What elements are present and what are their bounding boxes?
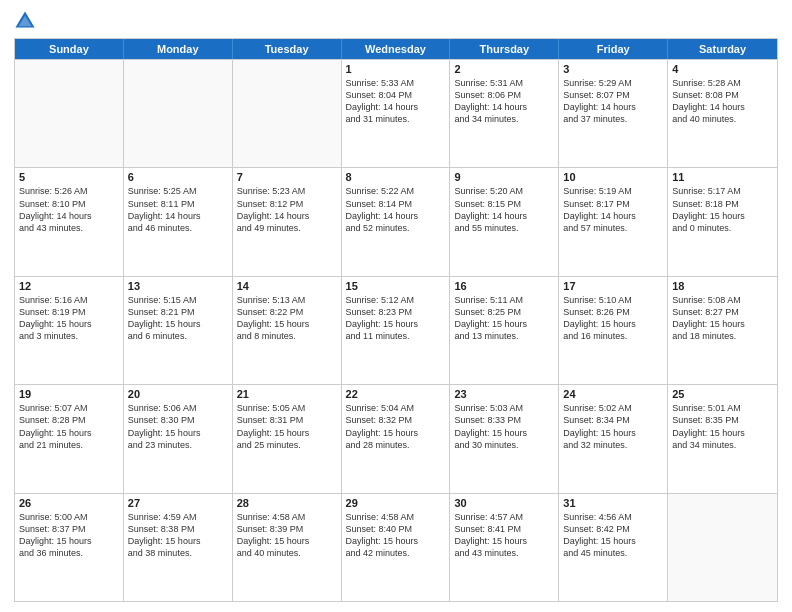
calendar-header: SundayMondayTuesdayWednesdayThursdayFrid… (15, 39, 777, 59)
calendar-row-4: 26Sunrise: 5:00 AM Sunset: 8:37 PM Dayli… (15, 493, 777, 601)
calendar-cell-23: 23Sunrise: 5:03 AM Sunset: 8:33 PM Dayli… (450, 385, 559, 492)
day-info: Sunrise: 4:58 AM Sunset: 8:39 PM Dayligh… (237, 511, 337, 560)
day-info: Sunrise: 5:11 AM Sunset: 8:25 PM Dayligh… (454, 294, 554, 343)
day-info: Sunrise: 5:15 AM Sunset: 8:21 PM Dayligh… (128, 294, 228, 343)
calendar-cell-7: 7Sunrise: 5:23 AM Sunset: 8:12 PM Daylig… (233, 168, 342, 275)
logo-icon (14, 10, 36, 32)
day-number: 18 (672, 280, 773, 292)
day-info: Sunrise: 5:28 AM Sunset: 8:08 PM Dayligh… (672, 77, 773, 126)
day-info: Sunrise: 5:29 AM Sunset: 8:07 PM Dayligh… (563, 77, 663, 126)
header-day-sunday: Sunday (15, 39, 124, 59)
day-number: 7 (237, 171, 337, 183)
calendar-cell-empty (124, 60, 233, 167)
calendar-cell-19: 19Sunrise: 5:07 AM Sunset: 8:28 PM Dayli… (15, 385, 124, 492)
header-day-monday: Monday (124, 39, 233, 59)
day-info: Sunrise: 5:25 AM Sunset: 8:11 PM Dayligh… (128, 185, 228, 234)
day-number: 30 (454, 497, 554, 509)
calendar-body: 1Sunrise: 5:33 AM Sunset: 8:04 PM Daylig… (15, 59, 777, 601)
calendar-cell-6: 6Sunrise: 5:25 AM Sunset: 8:11 PM Daylig… (124, 168, 233, 275)
day-number: 16 (454, 280, 554, 292)
day-info: Sunrise: 4:58 AM Sunset: 8:40 PM Dayligh… (346, 511, 446, 560)
day-info: Sunrise: 5:06 AM Sunset: 8:30 PM Dayligh… (128, 402, 228, 451)
calendar-cell-16: 16Sunrise: 5:11 AM Sunset: 8:25 PM Dayli… (450, 277, 559, 384)
day-info: Sunrise: 4:59 AM Sunset: 8:38 PM Dayligh… (128, 511, 228, 560)
header-day-saturday: Saturday (668, 39, 777, 59)
calendar-cell-29: 29Sunrise: 4:58 AM Sunset: 8:40 PM Dayli… (342, 494, 451, 601)
calendar-cell-2: 2Sunrise: 5:31 AM Sunset: 8:06 PM Daylig… (450, 60, 559, 167)
day-number: 10 (563, 171, 663, 183)
calendar-cell-13: 13Sunrise: 5:15 AM Sunset: 8:21 PM Dayli… (124, 277, 233, 384)
day-info: Sunrise: 5:01 AM Sunset: 8:35 PM Dayligh… (672, 402, 773, 451)
day-info: Sunrise: 5:33 AM Sunset: 8:04 PM Dayligh… (346, 77, 446, 126)
day-info: Sunrise: 4:56 AM Sunset: 8:42 PM Dayligh… (563, 511, 663, 560)
day-number: 19 (19, 388, 119, 400)
day-info: Sunrise: 5:23 AM Sunset: 8:12 PM Dayligh… (237, 185, 337, 234)
day-number: 14 (237, 280, 337, 292)
day-info: Sunrise: 5:17 AM Sunset: 8:18 PM Dayligh… (672, 185, 773, 234)
calendar-cell-4: 4Sunrise: 5:28 AM Sunset: 8:08 PM Daylig… (668, 60, 777, 167)
calendar-cell-10: 10Sunrise: 5:19 AM Sunset: 8:17 PM Dayli… (559, 168, 668, 275)
day-info: Sunrise: 5:10 AM Sunset: 8:26 PM Dayligh… (563, 294, 663, 343)
day-number: 20 (128, 388, 228, 400)
calendar-cell-31: 31Sunrise: 4:56 AM Sunset: 8:42 PM Dayli… (559, 494, 668, 601)
calendar-cell-12: 12Sunrise: 5:16 AM Sunset: 8:19 PM Dayli… (15, 277, 124, 384)
calendar-cell-15: 15Sunrise: 5:12 AM Sunset: 8:23 PM Dayli… (342, 277, 451, 384)
day-number: 27 (128, 497, 228, 509)
day-number: 6 (128, 171, 228, 183)
calendar-cell-22: 22Sunrise: 5:04 AM Sunset: 8:32 PM Dayli… (342, 385, 451, 492)
day-number: 9 (454, 171, 554, 183)
day-info: Sunrise: 5:22 AM Sunset: 8:14 PM Dayligh… (346, 185, 446, 234)
calendar-row-3: 19Sunrise: 5:07 AM Sunset: 8:28 PM Dayli… (15, 384, 777, 492)
calendar-row-0: 1Sunrise: 5:33 AM Sunset: 8:04 PM Daylig… (15, 59, 777, 167)
header-day-wednesday: Wednesday (342, 39, 451, 59)
calendar-cell-18: 18Sunrise: 5:08 AM Sunset: 8:27 PM Dayli… (668, 277, 777, 384)
day-number: 26 (19, 497, 119, 509)
logo (14, 10, 40, 32)
day-number: 21 (237, 388, 337, 400)
day-info: Sunrise: 5:05 AM Sunset: 8:31 PM Dayligh… (237, 402, 337, 451)
day-number: 2 (454, 63, 554, 75)
day-info: Sunrise: 5:20 AM Sunset: 8:15 PM Dayligh… (454, 185, 554, 234)
day-info: Sunrise: 5:12 AM Sunset: 8:23 PM Dayligh… (346, 294, 446, 343)
calendar-cell-11: 11Sunrise: 5:17 AM Sunset: 8:18 PM Dayli… (668, 168, 777, 275)
calendar-cell-empty (668, 494, 777, 601)
day-info: Sunrise: 5:31 AM Sunset: 8:06 PM Dayligh… (454, 77, 554, 126)
day-info: Sunrise: 5:02 AM Sunset: 8:34 PM Dayligh… (563, 402, 663, 451)
day-info: Sunrise: 5:07 AM Sunset: 8:28 PM Dayligh… (19, 402, 119, 451)
calendar-cell-empty (233, 60, 342, 167)
day-info: Sunrise: 5:04 AM Sunset: 8:32 PM Dayligh… (346, 402, 446, 451)
calendar-row-1: 5Sunrise: 5:26 AM Sunset: 8:10 PM Daylig… (15, 167, 777, 275)
day-number: 15 (346, 280, 446, 292)
day-number: 22 (346, 388, 446, 400)
calendar-row-2: 12Sunrise: 5:16 AM Sunset: 8:19 PM Dayli… (15, 276, 777, 384)
day-info: Sunrise: 5:26 AM Sunset: 8:10 PM Dayligh… (19, 185, 119, 234)
header-day-tuesday: Tuesday (233, 39, 342, 59)
calendar: SundayMondayTuesdayWednesdayThursdayFrid… (14, 38, 778, 602)
calendar-cell-1: 1Sunrise: 5:33 AM Sunset: 8:04 PM Daylig… (342, 60, 451, 167)
header (14, 10, 778, 32)
day-number: 11 (672, 171, 773, 183)
calendar-cell-5: 5Sunrise: 5:26 AM Sunset: 8:10 PM Daylig… (15, 168, 124, 275)
day-number: 4 (672, 63, 773, 75)
day-number: 17 (563, 280, 663, 292)
day-number: 13 (128, 280, 228, 292)
calendar-cell-27: 27Sunrise: 4:59 AM Sunset: 8:38 PM Dayli… (124, 494, 233, 601)
day-number: 31 (563, 497, 663, 509)
day-number: 29 (346, 497, 446, 509)
day-number: 24 (563, 388, 663, 400)
calendar-cell-30: 30Sunrise: 4:57 AM Sunset: 8:41 PM Dayli… (450, 494, 559, 601)
calendar-cell-empty (15, 60, 124, 167)
calendar-cell-24: 24Sunrise: 5:02 AM Sunset: 8:34 PM Dayli… (559, 385, 668, 492)
page: SundayMondayTuesdayWednesdayThursdayFrid… (0, 0, 792, 612)
day-info: Sunrise: 5:16 AM Sunset: 8:19 PM Dayligh… (19, 294, 119, 343)
calendar-cell-20: 20Sunrise: 5:06 AM Sunset: 8:30 PM Dayli… (124, 385, 233, 492)
calendar-cell-9: 9Sunrise: 5:20 AM Sunset: 8:15 PM Daylig… (450, 168, 559, 275)
day-info: Sunrise: 5:08 AM Sunset: 8:27 PM Dayligh… (672, 294, 773, 343)
calendar-cell-14: 14Sunrise: 5:13 AM Sunset: 8:22 PM Dayli… (233, 277, 342, 384)
day-number: 25 (672, 388, 773, 400)
calendar-cell-8: 8Sunrise: 5:22 AM Sunset: 8:14 PM Daylig… (342, 168, 451, 275)
day-info: Sunrise: 5:03 AM Sunset: 8:33 PM Dayligh… (454, 402, 554, 451)
header-day-thursday: Thursday (450, 39, 559, 59)
day-number: 3 (563, 63, 663, 75)
day-number: 28 (237, 497, 337, 509)
